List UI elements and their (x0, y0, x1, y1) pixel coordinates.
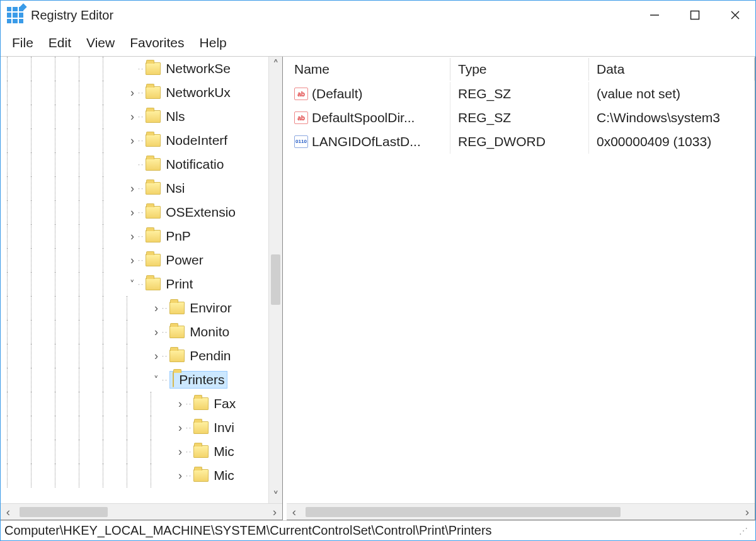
folder-icon (193, 397, 209, 410)
menu-favorites[interactable]: Favorites (122, 33, 192, 53)
scroll-left-icon[interactable]: ‹ (287, 505, 302, 519)
expand-icon[interactable]: › (127, 230, 138, 243)
close-button[interactable] (715, 1, 755, 30)
menu-help[interactable]: Help (192, 33, 234, 53)
tree-node[interactable]: ›··Monito (1, 320, 268, 344)
tree-node-label: NetworkSe (166, 61, 231, 76)
tree-node[interactable]: ›··Mic (1, 464, 268, 487)
tree-node[interactable]: ›··OSExtensio (1, 200, 268, 224)
tree-node[interactable]: ›··Pendin (1, 344, 268, 368)
tree-connector: ·· (138, 256, 144, 264)
tree-node[interactable]: ›··NodeInterf (1, 128, 268, 152)
value-name: DefaultSpoolDir... (312, 110, 415, 125)
folder-icon (146, 254, 161, 266)
value-row[interactable]: 0110LANGIDOfLastD...REG_DWORD0x00000409 … (287, 130, 755, 154)
tree-node-label: Enviror (190, 300, 232, 316)
expand-icon[interactable]: › (175, 397, 186, 411)
scroll-right-icon[interactable]: › (740, 505, 755, 519)
string-value-icon: ab (294, 111, 308, 124)
tree-node[interactable]: ›··Nls (1, 105, 268, 128)
tree-node[interactable]: ›··NetworkUx (1, 81, 268, 105)
tree-node[interactable]: ··Notificatio (1, 152, 268, 176)
tree-connector: ·· (138, 232, 144, 240)
expand-icon[interactable]: › (127, 86, 138, 100)
scroll-thumb[interactable] (271, 254, 280, 305)
tree-node-label: Invi (214, 420, 234, 435)
menu-file[interactable]: File (4, 33, 41, 53)
scroll-track[interactable] (269, 72, 282, 488)
list-header: Name Type Data (287, 57, 755, 82)
collapse-icon[interactable]: ˅ (151, 374, 162, 385)
tree-node[interactable]: ··NetworkSe (1, 57, 268, 81)
folder-icon (173, 372, 174, 387)
tree-node-label: PnP (166, 229, 191, 244)
value-name: (Default) (312, 86, 363, 101)
window-title: Registry Editor (31, 8, 113, 23)
folder-icon (193, 445, 209, 458)
menu-bar: File Edit View Favorites Help (1, 30, 755, 56)
tree-node[interactable]: ˅··Print (1, 272, 268, 296)
expand-icon[interactable]: › (151, 350, 162, 363)
expand-icon[interactable]: › (127, 254, 138, 267)
tree-node[interactable]: ›··Mic (1, 440, 268, 464)
value-row[interactable]: abDefaultSpoolDir...REG_SZC:\Windows\sys… (287, 106, 755, 130)
collapse-icon[interactable]: ˅ (127, 278, 138, 290)
expand-icon[interactable]: › (175, 421, 186, 435)
tree-node-label: Mic (214, 468, 234, 483)
title-bar[interactable]: Registry Editor (1, 1, 755, 30)
maximize-button[interactable] (675, 1, 715, 30)
value-data-cell: (value not set) (589, 82, 755, 106)
expand-icon[interactable]: › (151, 326, 162, 339)
status-bar: Computer\HKEY_LOCAL_MACHINE\SYSTEM\Curre… (1, 520, 755, 540)
value-list[interactable]: ab(Default)REG_SZ(value not set)abDefaul… (287, 82, 755, 503)
column-data[interactable]: Data (589, 58, 755, 81)
folder-icon (193, 469, 209, 482)
tree-node[interactable]: ›··Nsi (1, 176, 268, 200)
list-horizontal-scrollbar[interactable]: ‹ › (287, 503, 755, 520)
tree-connector: ·· (162, 352, 168, 360)
column-type[interactable]: Type (450, 58, 589, 81)
tree-node[interactable]: ›··Power (1, 248, 268, 272)
tree-connector: ·· (138, 113, 144, 120)
value-row[interactable]: ab(Default)REG_SZ(value not set) (287, 82, 755, 106)
scroll-thumb[interactable] (306, 507, 621, 517)
tree-node-label: Power (166, 253, 203, 268)
scroll-thumb[interactable] (20, 507, 108, 517)
minimize-button[interactable] (634, 1, 675, 30)
tree-vertical-scrollbar[interactable]: ˄ ˅ (268, 57, 282, 503)
tree-node[interactable]: ›··Enviror (1, 296, 268, 320)
folder-icon (146, 110, 161, 123)
tree-node-label: Print (166, 276, 193, 292)
tree-connector: ·· (138, 185, 144, 192)
folder-icon (146, 86, 161, 99)
tree-node[interactable]: ›··Invi (1, 416, 268, 440)
scroll-track[interactable] (16, 507, 267, 517)
expand-icon[interactable]: › (175, 445, 186, 458)
menu-view[interactable]: View (79, 33, 122, 53)
tree-connector: ·· (162, 304, 168, 312)
folder-icon (146, 278, 161, 290)
tree-node[interactable]: ›··Fax (1, 392, 268, 416)
expand-icon[interactable]: › (175, 469, 186, 482)
value-name: LANGIDOfLastD... (312, 134, 421, 149)
tree-connector: ·· (186, 424, 192, 431)
tree-node-label: Pendin (190, 348, 231, 363)
expand-icon[interactable]: › (127, 110, 138, 123)
scroll-track[interactable] (302, 507, 740, 517)
tree-pane: ··NetworkSe›··NetworkUx›··Nls›··NodeInte… (1, 57, 283, 520)
folder-icon (193, 421, 209, 434)
folder-icon (146, 62, 161, 75)
expand-icon[interactable]: › (127, 134, 138, 147)
resize-grip-icon[interactable]: ⋰ (739, 526, 752, 536)
column-name[interactable]: Name (287, 58, 450, 81)
expand-icon[interactable]: › (127, 182, 138, 195)
expand-icon[interactable]: › (151, 302, 162, 315)
tree-node[interactable]: ›··PnP (1, 224, 268, 248)
tree-node-label: Notificatio (166, 157, 224, 172)
expand-icon[interactable]: › (127, 206, 138, 219)
tree-node[interactable]: ˅··Printers (1, 368, 268, 392)
tree-node-label: Nls (166, 109, 185, 124)
menu-edit[interactable]: Edit (41, 33, 79, 53)
registry-tree[interactable]: ··NetworkSe›··NetworkUx›··Nls›··NodeInte… (1, 57, 268, 503)
tree-connector: ·· (138, 280, 144, 288)
